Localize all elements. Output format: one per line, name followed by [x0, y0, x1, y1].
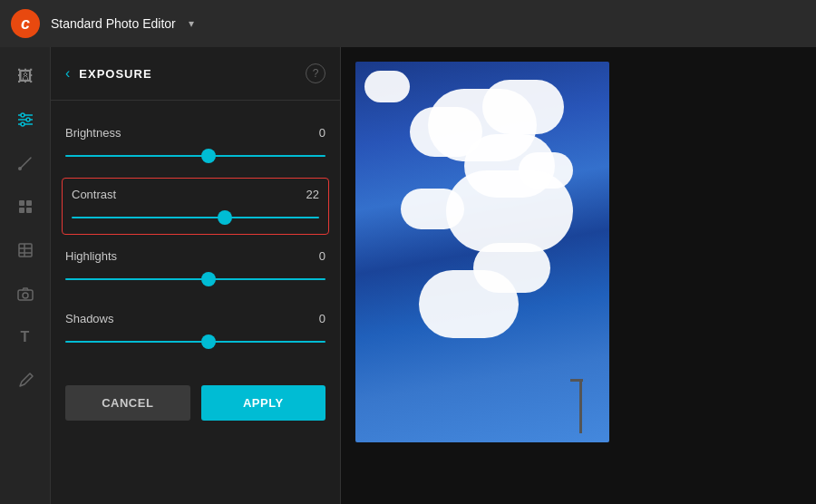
highlights-label: Highlights — [65, 249, 117, 263]
sidebar-item-camera[interactable] — [7, 276, 44, 312]
contrast-track — [72, 217, 319, 218]
sidebar-item-brush[interactable] — [7, 145, 44, 181]
contrast-thumb[interactable] — [218, 210, 232, 225]
icon-sidebar: 🖼 — [0, 47, 51, 504]
shadows-label-row: Shadows 0 — [65, 312, 325, 325]
image-area — [341, 47, 816, 504]
svg-point-5 — [21, 122, 24, 126]
shadows-value: 0 — [319, 312, 325, 325]
highlights-value: 0 — [319, 249, 325, 263]
highlights-label-row: Highlights 0 — [65, 249, 325, 263]
cloud-7 — [401, 189, 464, 229]
sidebar-item-table[interactable] — [7, 232, 44, 268]
sky-background — [355, 62, 609, 442]
cloud-2 — [482, 80, 564, 134]
brightness-label: Brightness — [65, 126, 121, 140]
highlights-track — [65, 278, 325, 280]
svg-rect-11 — [26, 208, 32, 213]
photo-canvas — [355, 62, 609, 442]
help-button[interactable]: ? — [306, 63, 325, 83]
highlights-slider-group: Highlights 0 — [65, 238, 325, 297]
street-lamp — [579, 379, 582, 433]
shadows-label: Shadows — [65, 312, 113, 325]
contrast-slider[interactable] — [72, 210, 319, 225]
brightness-label-row: Brightness 0 — [65, 126, 325, 140]
brightness-slider[interactable] — [65, 149, 325, 163]
contrast-label: Contrast — [72, 188, 116, 201]
sidebar-item-grid[interactable] — [7, 189, 44, 225]
svg-point-3 — [21, 113, 24, 117]
app-title: Standard Photo Editor — [51, 16, 176, 31]
shadows-track — [65, 341, 325, 343]
panel-title: EXPOSURE — [79, 67, 296, 81]
panel-header: ‹ EXPOSURE ? — [51, 47, 340, 101]
contrast-slider-group: Contrast 22 — [62, 178, 329, 235]
shadows-slider[interactable] — [65, 334, 325, 349]
exposure-panel: ‹ EXPOSURE ? Brightness 0 — [51, 47, 341, 504]
svg-rect-12 — [19, 244, 32, 257]
cancel-button[interactable]: CANCEL — [65, 385, 190, 421]
svg-rect-9 — [26, 200, 32, 206]
brightness-thumb[interactable] — [201, 149, 216, 163]
main-layout: 🖼 — [0, 47, 816, 504]
svg-point-4 — [26, 118, 30, 121]
cloud-6 — [446, 170, 573, 252]
topbar: c Standard Photo Editor ▾ — [0, 0, 816, 47]
highlights-slider[interactable] — [65, 272, 325, 286]
sidebar-item-text[interactable]: T — [7, 319, 44, 355]
brightness-value: 0 — [319, 126, 325, 140]
svg-rect-8 — [19, 200, 24, 206]
highlights-thumb[interactable] — [201, 272, 216, 286]
panel-content: Brightness 0 Contrast 22 — [51, 101, 340, 504]
contrast-label-row: Contrast 22 — [72, 188, 319, 201]
svg-point-17 — [23, 293, 28, 298]
svg-point-7 — [18, 167, 22, 170]
svg-rect-10 — [19, 208, 24, 213]
app-logo: c — [11, 9, 40, 38]
back-button[interactable]: ‹ — [65, 65, 70, 82]
dropdown-arrow-icon[interactable]: ▾ — [189, 17, 194, 30]
action-buttons: CANCEL APPLY — [65, 371, 325, 428]
sidebar-item-image[interactable]: 🖼 — [7, 58, 44, 94]
shadows-thumb[interactable] — [201, 334, 216, 349]
apply-button[interactable]: APPLY — [201, 385, 326, 421]
sidebar-item-edit[interactable] — [7, 363, 44, 399]
svg-line-6 — [20, 158, 31, 169]
sidebar-item-adjustments[interactable] — [7, 102, 44, 138]
contrast-value: 22 — [306, 188, 319, 201]
brightness-slider-group: Brightness 0 — [65, 115, 325, 174]
shadows-slider-group: Shadows 0 — [65, 301, 325, 360]
cloud-8 — [364, 71, 410, 102]
brightness-track — [65, 155, 325, 157]
cloud-10 — [419, 270, 519, 338]
